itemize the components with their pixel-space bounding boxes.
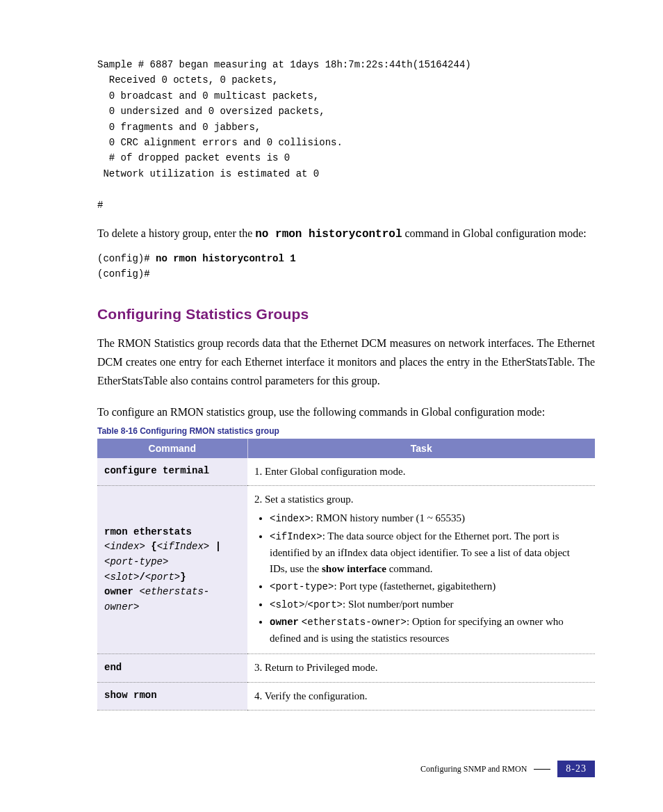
footer-divider (534, 769, 550, 770)
cell-task: 1. Enter Global configuration mode. (247, 458, 595, 486)
code-line: 0 undersized and 0 oversized packets, (97, 106, 325, 117)
section-heading: Configuring Statistics Groups (97, 306, 595, 323)
code-line: 0 fragments and 0 jabbers, (97, 122, 261, 133)
cell-command: configure terminal (97, 458, 247, 486)
task-intro: 2. Set a statistics group. (254, 494, 354, 505)
code-line: # (97, 200, 103, 211)
cmd-text: owner (104, 586, 139, 597)
page-number-badge: 8-23 (557, 761, 595, 777)
paragraph-stats-config: To configure an RMON statistics group, u… (97, 403, 595, 421)
text: : Slot number/port number (343, 599, 454, 610)
cmd-text: | (209, 541, 221, 552)
text: : RMON history number (1 ~ 65535) (311, 512, 465, 523)
cmd-arg: <ifIndex> (157, 541, 210, 552)
page-footer: Configuring SNMP and RMON 8-23 (420, 761, 595, 777)
code-line: (config)# (97, 268, 150, 279)
arg-keyword: owner (270, 617, 299, 628)
cell-task: 2. Set a statistics group. <index>: RMON… (247, 485, 595, 653)
text: command in Global configuration mode: (402, 227, 586, 239)
cell-command: show rmon (97, 682, 247, 710)
cmd-arg: <index> (104, 541, 145, 552)
code-line: Sample # 6887 began measuring at 1days 1… (97, 59, 471, 70)
list-item: owner <etherstats-owner>: Option for spe… (270, 614, 588, 647)
bold-text: show interface (322, 563, 386, 574)
code-line: Network utilization is estimated at 0 (97, 168, 319, 179)
arg-name: <ifIndex> (270, 531, 322, 542)
text: To delete a history group, enter the (97, 227, 255, 239)
column-header-command: Command (97, 439, 247, 458)
code-block-sample-output: Sample # 6887 began measuring at 1days 1… (97, 57, 595, 213)
code-line: (config)# no rmon historycontrol 1 (97, 253, 296, 264)
command-text: no rmon historycontrol 1 (156, 253, 296, 264)
table-row: configure terminal 1. Enter Global confi… (97, 458, 595, 486)
cmd-arg: <port> (145, 571, 180, 583)
list-item: <index>: RMON history number (1 ~ 65535) (270, 510, 588, 527)
table-row: show rmon 4. Verify the configuration. (97, 682, 595, 710)
cmd-arg: <port-type> (104, 556, 168, 567)
cell-task: 4. Verify the configuration. (247, 682, 595, 710)
cmd-text: rmon etherstats (104, 526, 192, 537)
paragraph-delete-history: To delete a history group, enter the no … (97, 224, 595, 244)
cmd-text: { (145, 541, 157, 552)
table-header-row: Command Task (97, 439, 595, 458)
code-line: 0 broadcast and 0 multicast packets, (97, 90, 319, 102)
cmd-text: / (139, 571, 145, 583)
arg-name: <port> (308, 599, 343, 610)
cell-task: 3. Return to Privileged mode. (247, 654, 595, 682)
cell-command: end (97, 654, 247, 682)
arg-name: <index> (270, 513, 311, 524)
cmd-arg: <slot> (104, 571, 139, 583)
code-line: # of dropped packet events is 0 (97, 152, 290, 163)
command-table: Command Task configure terminal 1. Enter… (97, 439, 595, 710)
list-item: <port-type>: Port type (fastethernet, gi… (270, 578, 588, 595)
column-header-task: Task (247, 439, 595, 458)
list-item: <slot>/<port>: Slot number/port number (270, 596, 588, 613)
code-line: 0 CRC alignment errors and 0 collisions. (97, 137, 343, 148)
text: : Port type (fastethernet, gigabitethern… (334, 580, 496, 592)
table-row: rmon etherstats <index> {<ifIndex> | <po… (97, 485, 595, 653)
table-caption: Table 8-16 Configuring RMON statistics g… (97, 426, 595, 436)
code-block-config-example: (config)# no rmon historycontrol 1 (conf… (97, 251, 595, 282)
code-line: Received 0 octets, 0 packets, (97, 74, 278, 86)
arg-name: <slot> (270, 599, 304, 610)
text: command. (386, 563, 433, 574)
bullet-list: <index>: RMON history number (1 ~ 65535)… (254, 510, 588, 647)
cmd-arg: <etherstats- (139, 586, 209, 597)
arg-name: <etherstats-owner> (302, 617, 407, 628)
list-item: <ifIndex>: The data source object for th… (270, 528, 588, 577)
table-row: end 3. Return to Privileged mode. (97, 654, 595, 682)
prompt: (config)# (97, 253, 156, 264)
paragraph-stats-intro: The RMON Statistics group records data t… (97, 334, 595, 391)
arg-name: <port-type> (270, 581, 334, 592)
cell-command: rmon etherstats <index> {<ifIndex> | <po… (97, 485, 247, 653)
inline-command: no rmon historycontrol (255, 228, 402, 241)
cmd-arg: owner> (104, 601, 139, 612)
footer-text: Configuring SNMP and RMON (420, 764, 527, 774)
cmd-text: } (180, 571, 186, 583)
